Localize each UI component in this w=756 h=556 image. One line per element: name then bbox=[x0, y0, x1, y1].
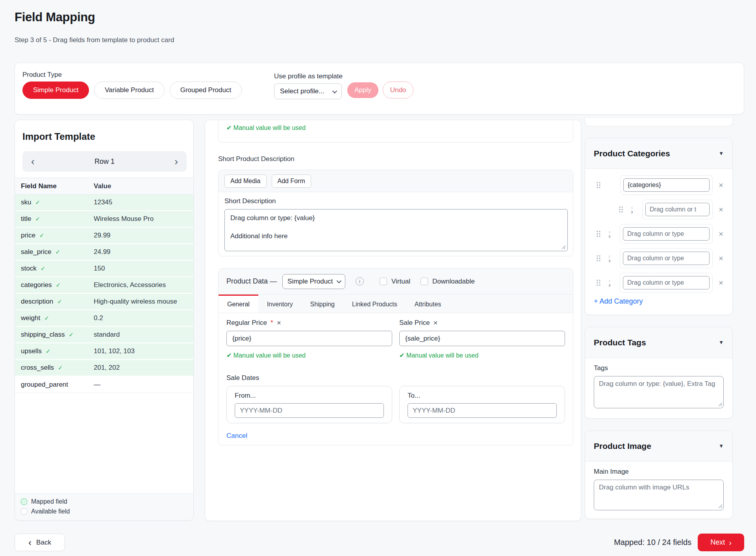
check-icon: ✓ bbox=[56, 248, 61, 256]
remove-mapping-icon[interactable]: × bbox=[277, 319, 281, 326]
main-image-label: Main Image bbox=[594, 468, 724, 476]
remove-category-icon[interactable]: × bbox=[716, 181, 726, 190]
tab-general[interactable]: General bbox=[219, 295, 258, 313]
remove-mapping-icon[interactable]: × bbox=[433, 319, 437, 326]
product-type-variable-button[interactable]: Variable Product bbox=[94, 82, 164, 99]
table-row[interactable]: upsells✓ 101, 102, 103 bbox=[15, 343, 193, 360]
apply-button[interactable]: Apply bbox=[347, 82, 378, 98]
drag-handle-icon[interactable] bbox=[596, 230, 601, 238]
table-row[interactable]: grouped_parent — bbox=[15, 376, 193, 393]
indent-icon[interactable]: › bbox=[608, 234, 611, 238]
product-data-type-select[interactable]: Simple Product bbox=[282, 274, 345, 289]
to-label: To... bbox=[408, 392, 557, 400]
from-label: From... bbox=[235, 392, 384, 400]
info-icon[interactable]: i bbox=[356, 277, 364, 285]
drag-handle-icon[interactable] bbox=[596, 254, 601, 262]
sale-price-input[interactable] bbox=[399, 331, 565, 346]
product-tags-header[interactable]: Product Tags ▼ bbox=[585, 327, 732, 358]
table-row[interactable]: stock✓ 150 bbox=[15, 261, 193, 277]
collapse-icon[interactable]: ▼ bbox=[719, 339, 724, 345]
table-row[interactable]: description✓ High-quality wireless mouse bbox=[15, 294, 193, 310]
sale-date-to-input[interactable] bbox=[408, 403, 557, 418]
check-icon: ✓ bbox=[35, 215, 40, 222]
product-image-panel: Product Image ▼ Main Image bbox=[585, 430, 733, 519]
add-media-button[interactable]: Add Media bbox=[224, 174, 267, 188]
check-icon: ✓ bbox=[41, 265, 46, 272]
virtual-checkbox[interactable] bbox=[380, 278, 387, 285]
table-row[interactable]: shipping_class✓ standard bbox=[15, 327, 193, 343]
drag-handle-icon[interactable] bbox=[596, 279, 601, 287]
legend-mapped-label: Mapped field bbox=[31, 498, 67, 505]
profile-select[interactable]: Select profile... bbox=[274, 83, 342, 99]
drag-handle-icon[interactable] bbox=[619, 206, 623, 213]
chevron-down-icon bbox=[337, 278, 342, 284]
product-type-buttons: Simple Product Variable Product Grouped … bbox=[22, 82, 242, 99]
cancel-link[interactable]: Cancel bbox=[226, 432, 247, 440]
field-name: categories bbox=[21, 281, 52, 289]
field-value: 24.99 bbox=[94, 248, 111, 256]
product-categories-panel: Product Categories ▼ × ‹› × ‹› × ‹› × bbox=[585, 138, 733, 315]
undo-button[interactable]: Undo bbox=[383, 82, 413, 98]
tab-shipping[interactable]: Shipping bbox=[302, 295, 343, 313]
sale-date-from-input[interactable] bbox=[235, 403, 384, 418]
main-image-textarea[interactable] bbox=[594, 480, 724, 510]
check-icon: ✓ bbox=[35, 199, 40, 206]
field-value: 201, 202 bbox=[94, 364, 120, 372]
product-image-header[interactable]: Product Image ▼ bbox=[585, 431, 732, 461]
remove-category-icon[interactable]: × bbox=[716, 205, 726, 214]
category-input[interactable] bbox=[645, 203, 710, 216]
field-table-header: Field Name Value bbox=[15, 178, 193, 195]
category-input[interactable] bbox=[623, 276, 710, 289]
drag-handle-icon[interactable] bbox=[596, 181, 601, 189]
product-type-simple-button[interactable]: Simple Product bbox=[22, 82, 89, 99]
next-row-icon[interactable]: › bbox=[174, 156, 178, 167]
profile-template-label: Use profile as template bbox=[274, 72, 343, 80]
regular-price-field: Regular Price * × ✔ Manual value will be… bbox=[226, 318, 392, 359]
tags-textarea[interactable] bbox=[594, 376, 724, 408]
remove-category-icon[interactable]: × bbox=[716, 230, 726, 239]
field-value: Electronics, Accessories bbox=[94, 281, 166, 289]
page-title: Field Mapping bbox=[15, 10, 95, 24]
product-categories-header[interactable]: Product Categories ▼ bbox=[585, 138, 732, 169]
table-row[interactable]: cross_sells✓ 201, 202 bbox=[15, 360, 193, 376]
product-type-grouped-button[interactable]: Grouped Product bbox=[170, 82, 242, 99]
field-value: — bbox=[94, 381, 100, 389]
tab-linked-products[interactable]: Linked Products bbox=[343, 295, 406, 313]
category-input[interactable] bbox=[623, 178, 710, 192]
tab-attributes[interactable]: Attributes bbox=[406, 295, 450, 313]
add-category-link[interactable]: + Add Category bbox=[594, 297, 726, 306]
table-row[interactable]: price✓ 29.99 bbox=[15, 228, 193, 244]
table-row[interactable]: weight✓ 0.2 bbox=[15, 310, 193, 327]
product-image-title: Product Image bbox=[594, 441, 651, 451]
table-row[interactable]: sale_price✓ 24.99 bbox=[15, 244, 193, 261]
check-icon: ✓ bbox=[69, 331, 74, 338]
collapse-icon[interactable]: ▼ bbox=[719, 443, 724, 449]
back-label: Back bbox=[36, 539, 51, 547]
add-form-button[interactable]: Add Form bbox=[272, 174, 311, 188]
available-swatch bbox=[21, 508, 27, 515]
manual-value-text: Manual value will be used bbox=[233, 352, 306, 359]
check-icon: ✔ bbox=[226, 352, 232, 359]
category-input[interactable] bbox=[623, 227, 710, 241]
table-row[interactable]: title✓ Wireless Mouse Pro bbox=[15, 211, 193, 228]
table-row[interactable]: categories✓ Electronics, Accessories bbox=[15, 277, 193, 294]
indent-icon[interactable]: › bbox=[608, 258, 611, 263]
regular-price-input[interactable] bbox=[226, 331, 392, 346]
field-value: 150 bbox=[94, 265, 105, 272]
table-row[interactable]: sku✓ 12345 bbox=[15, 195, 193, 211]
category-input[interactable] bbox=[623, 252, 710, 265]
tab-inventory[interactable]: Inventory bbox=[258, 295, 302, 313]
next-button[interactable]: Next › bbox=[698, 534, 744, 551]
prev-row-icon[interactable]: ‹ bbox=[31, 156, 35, 167]
indent-icon[interactable]: › bbox=[608, 283, 611, 287]
remove-category-icon[interactable]: × bbox=[716, 254, 726, 263]
collapse-icon[interactable]: ▼ bbox=[719, 150, 724, 156]
back-button[interactable]: ‹ Back bbox=[15, 534, 65, 551]
check-icon: ✓ bbox=[56, 282, 61, 289]
indent-icon[interactable]: › bbox=[631, 209, 633, 214]
short-description-label: Short Description bbox=[224, 197, 567, 205]
downloadable-checkbox[interactable] bbox=[421, 278, 428, 285]
cut-off-panel bbox=[585, 118, 733, 126]
short-description-textarea[interactable]: Drag column or type: {value} Additional … bbox=[224, 209, 568, 251]
remove-category-icon[interactable]: × bbox=[716, 278, 726, 287]
